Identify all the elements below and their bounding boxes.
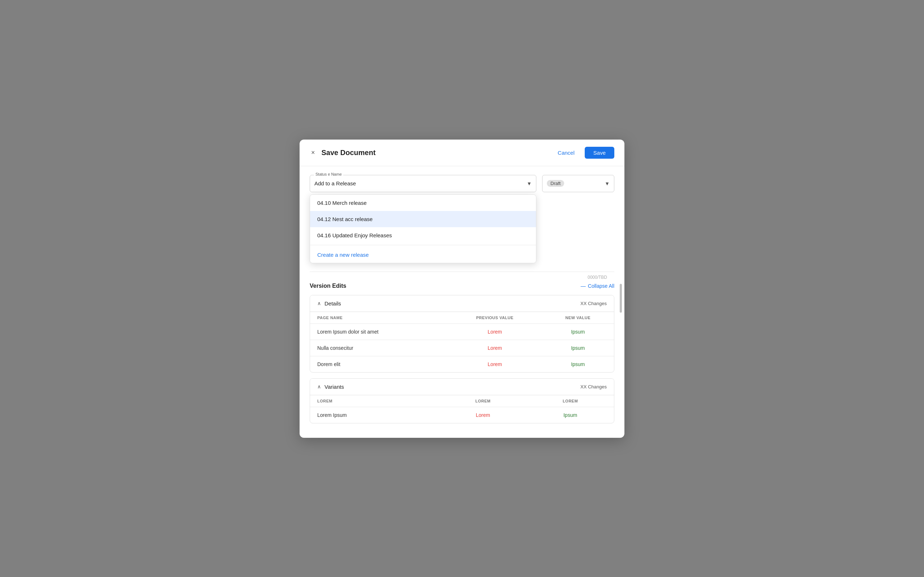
row-new-value: Ipsum bbox=[542, 340, 614, 356]
save-button[interactable]: Save bbox=[585, 147, 614, 159]
details-table: Page Name Previous Value New Value Lorem… bbox=[310, 311, 614, 372]
version-edits-header: Version Edits — Collapse All bbox=[310, 283, 614, 289]
variants-col-1: Lorem bbox=[310, 395, 439, 407]
modal-title: Save Document bbox=[321, 148, 376, 157]
release-name-field-group: Release Name Add to a Release ▼ 04.10 Me… bbox=[310, 175, 536, 192]
close-button[interactable]: × bbox=[310, 148, 317, 157]
scrollbar-thumb bbox=[620, 284, 622, 313]
variants-section-header: ∧ Variants XX Changes bbox=[310, 379, 614, 395]
table-row: Lorem Ipsum Lorem Ipsum bbox=[310, 407, 614, 423]
cancel-button[interactable]: Cancel bbox=[552, 147, 580, 159]
variants-col-3: Lorem bbox=[527, 395, 614, 407]
status-select[interactable]: Draft ▼ bbox=[542, 175, 614, 192]
header-actions: Cancel Save bbox=[552, 147, 614, 159]
details-section-header: ∧ Details XX Changes bbox=[310, 295, 614, 311]
table-row: Lorem Ipsum dolor sit amet Lorem Ipsum bbox=[310, 324, 614, 340]
variants-col-2: Lorem bbox=[439, 395, 527, 407]
row-prev-value: Lorem bbox=[439, 407, 527, 423]
release-name-select[interactable]: Add to a Release ▼ bbox=[310, 175, 536, 192]
details-section-title: Details bbox=[325, 300, 341, 306]
modal-header: × Save Document Cancel Save bbox=[300, 140, 624, 166]
collapse-dash-icon: — bbox=[581, 283, 586, 289]
status-arrow-icon: ▼ bbox=[604, 181, 610, 187]
collapse-all-label: Collapse All bbox=[588, 283, 614, 289]
dropdown-create-release[interactable]: Create a new release bbox=[310, 247, 536, 263]
variants-section-title: Variants bbox=[325, 384, 344, 390]
dropdown-divider bbox=[310, 245, 536, 245]
variants-chevron-icon: ∧ bbox=[317, 384, 321, 390]
release-name-value: Add to a Release bbox=[314, 180, 531, 187]
version-edits-title: Version Edits bbox=[310, 283, 346, 289]
row-page-name: Nulla consecitur bbox=[310, 340, 447, 356]
dropdown-item-nest[interactable]: 04.12 Nest acc release bbox=[310, 211, 536, 227]
status-field-group: Status Draft ▼ bbox=[542, 175, 614, 192]
status-label: Status bbox=[314, 172, 328, 176]
details-col-new-value: New Value bbox=[542, 311, 614, 324]
tbd-area: 0000/TBD bbox=[310, 272, 614, 283]
scrollbar-track[interactable] bbox=[619, 284, 622, 438]
row-page-name: Lorem Ipsum dolor sit amet bbox=[310, 324, 447, 340]
modal-title-area: × Save Document bbox=[310, 148, 376, 157]
details-header-left: ∧ Details bbox=[317, 300, 341, 306]
row-prev-value: Lorem bbox=[447, 324, 542, 340]
tbd-label: 0000/TBD bbox=[310, 272, 614, 283]
row-prev-value: Lorem bbox=[447, 356, 542, 372]
release-dropdown-menu: 04.10 Merch release 04.12 Nest acc relea… bbox=[310, 194, 536, 263]
modal-body: Release Name Add to a Release ▼ 04.10 Me… bbox=[300, 166, 624, 438]
variants-section-card: ∧ Variants XX Changes Lorem Lorem Lorem bbox=[310, 378, 614, 423]
details-section-card: ∧ Details XX Changes Page Name Previous … bbox=[310, 295, 614, 372]
row-prev-value: Lorem bbox=[447, 340, 542, 356]
row-page-name: Dorem elit bbox=[310, 356, 447, 372]
variants-changes-count: XX Changes bbox=[580, 384, 607, 390]
table-row: Nulla consecitur Lorem Ipsum bbox=[310, 340, 614, 356]
row-page-name: Lorem Ipsum bbox=[310, 407, 439, 423]
collapse-all-button[interactable]: — Collapse All bbox=[581, 283, 614, 289]
status-badge: Draft bbox=[547, 180, 564, 187]
dropdown-item-enjoy[interactable]: 04.16 Updated Enjoy Releases bbox=[310, 227, 536, 243]
dropdown-item-merch[interactable]: 04.10 Merch release bbox=[310, 195, 536, 211]
details-col-prev-value: Previous Value bbox=[447, 311, 542, 324]
details-col-page-name: Page Name bbox=[310, 311, 447, 324]
table-row: Dorem elit Lorem Ipsum bbox=[310, 356, 614, 372]
field-row: Release Name Add to a Release ▼ 04.10 Me… bbox=[310, 175, 614, 192]
details-chevron-icon: ∧ bbox=[317, 300, 321, 306]
row-new-value: Ipsum bbox=[542, 324, 614, 340]
row-new-value: Ipsum bbox=[527, 407, 614, 423]
variants-header-left: ∧ Variants bbox=[317, 384, 344, 390]
save-document-modal: × Save Document Cancel Save Release Name… bbox=[300, 140, 624, 438]
variants-table: Lorem Lorem Lorem Lorem Ipsum Lorem Ipsu… bbox=[310, 395, 614, 423]
row-new-value: Ipsum bbox=[542, 356, 614, 372]
details-changes-count: XX Changes bbox=[580, 301, 607, 306]
